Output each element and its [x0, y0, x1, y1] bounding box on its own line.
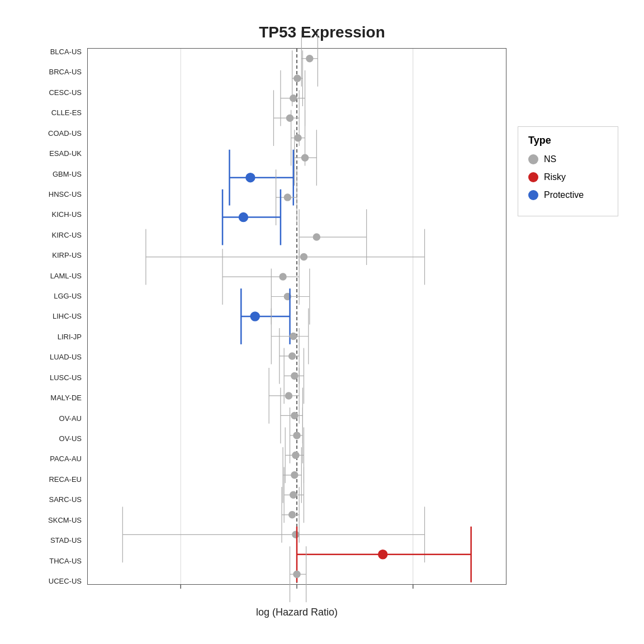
chart-area: [87, 48, 506, 585]
y-label-hnsc-us: HNSC-US: [15, 191, 86, 198]
point-blca-us: [306, 55, 313, 62]
point-luad-us: [289, 353, 296, 359]
legend-items: NSRiskyProtective: [528, 154, 608, 200]
point-ov-au: [291, 412, 298, 419]
y-label-luad-us: LUAD-US: [15, 353, 86, 361]
point-esad-uk: [302, 154, 309, 161]
y-label-gbm-us: GBM-US: [15, 171, 86, 178]
legend-dot: [528, 172, 538, 182]
point-ov-us: [293, 432, 300, 439]
y-axis-labels: BLCA-USBRCA-USCESC-USCLLE-ESCOAD-USESAD-…: [15, 48, 86, 585]
y-label-ov-au: OV-AU: [15, 415, 86, 422]
y-label-stad-us: STAD-US: [15, 537, 86, 544]
point-stad-us: [292, 531, 299, 538]
y-label-kirp-us: KIRP-US: [15, 252, 86, 259]
point-skcm-us: [289, 512, 296, 518]
y-label-liri-jp: LIRI-JP: [15, 333, 86, 340]
point-sarc-us: [290, 491, 297, 498]
point-maly-de: [285, 392, 292, 399]
legend-item-ns: NS: [528, 154, 608, 164]
y-label-kirc-us: KIRC-US: [15, 231, 86, 239]
point-kirp-us: [300, 254, 307, 261]
y-label-clle-es: CLLE-ES: [15, 109, 86, 116]
y-label-sarc-us: SARC-US: [15, 496, 86, 503]
point-kirc-us: [313, 234, 320, 240]
point-laml-us: [280, 273, 286, 280]
point-liri-jp: [290, 333, 297, 339]
y-label-cesc-us: CESC-US: [15, 89, 86, 96]
legend-dot: [528, 190, 538, 200]
y-label-coad-us: COAD-US: [15, 130, 86, 137]
y-label-ucec-us: UCEC-US: [15, 577, 86, 585]
x-tick-labels: [87, 587, 506, 600]
y-label-lusc-us: LUSC-US: [15, 374, 86, 381]
point-lihc-us: [250, 312, 259, 321]
y-label-laml-us: LAML-US: [15, 272, 86, 280]
x-axis-label: log (Hazard Ratio): [87, 607, 506, 618]
y-label-brca-us: BRCA-US: [15, 68, 86, 75]
plot-svg: [88, 49, 506, 584]
point-reca-eu: [291, 472, 298, 479]
point-gbm-us: [246, 173, 255, 182]
legend-title: Type: [528, 135, 608, 146]
y-label-esad-uk: ESAD-UK: [15, 150, 86, 157]
legend-box: Type NSRiskyProtective: [518, 126, 618, 216]
point-ucec-us: [293, 571, 300, 577]
y-label-kich-us: KICH-US: [15, 211, 86, 218]
y-label-reca-eu: RECA-EU: [15, 476, 86, 483]
legend-item-risky: Risky: [528, 172, 608, 182]
y-label-skcm-us: SKCM-US: [15, 517, 86, 524]
point-lusc-us: [291, 372, 298, 379]
point-brca-us: [294, 75, 301, 82]
point-kich-us: [239, 213, 248, 222]
legend-label: Risky: [544, 172, 566, 182]
legend-item-protective: Protective: [528, 190, 608, 200]
point-cesc-us: [290, 95, 297, 102]
y-label-maly-de: MALY-DE: [15, 394, 86, 401]
y-label-paca-au: PACA-AU: [15, 455, 86, 462]
point-clle-es: [287, 115, 293, 121]
y-label-lgg-us: LGG-US: [15, 292, 86, 300]
y-label-ov-us: OV-US: [15, 435, 86, 442]
y-label-lihc-us: LIHC-US: [15, 312, 86, 320]
y-label-blca-us: BLCA-US: [15, 48, 86, 55]
chart-container: TP53 Expression BLCA-USBRCA-USCESC-USCLL…: [15, 15, 629, 629]
legend-dot: [528, 154, 538, 164]
chart-title: TP53 Expression: [15, 15, 629, 46]
point-coad-us: [295, 135, 301, 141]
legend-label: Protective: [544, 190, 584, 200]
point-hnsc-us: [284, 194, 291, 201]
point-paca-au: [292, 452, 299, 458]
point-thca-us: [378, 550, 387, 559]
y-label-thca-us: THCA-US: [15, 557, 86, 565]
legend-label: NS: [544, 154, 556, 164]
